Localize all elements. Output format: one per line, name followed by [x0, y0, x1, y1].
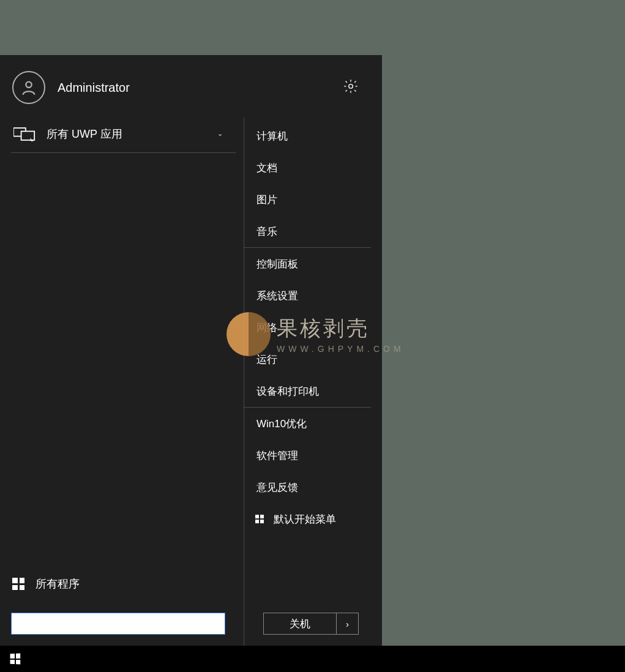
svg-point-1	[349, 84, 353, 89]
all-programs-item[interactable]: 所有程序	[11, 567, 236, 600]
power-options-button[interactable]: ›	[337, 613, 359, 635]
power-row: 关机 ›	[263, 613, 359, 635]
user-icon	[20, 79, 37, 96]
svg-rect-3	[21, 131, 35, 140]
user-row: Administrator	[0, 55, 382, 118]
menu-item-music[interactable]: 音乐	[244, 215, 371, 247]
all-programs-label: 所有程序	[36, 577, 80, 591]
chevron-right-icon: ›	[346, 619, 349, 629]
username-label: Administrator	[58, 81, 130, 95]
start-menu: Administrator 所有 UWP 应用 ⌄	[0, 55, 382, 646]
menu-item-documents[interactable]: 文档	[244, 152, 371, 184]
windows-icon	[255, 515, 264, 523]
menu-item-run[interactable]: 运行	[244, 343, 371, 375]
start-button[interactable]	[0, 646, 29, 672]
settings-button[interactable]	[343, 78, 359, 97]
menu-item-computer[interactable]: 计算机	[244, 120, 371, 152]
right-group-places: 计算机 文档 图片 音乐	[244, 120, 371, 248]
menu-item-system-settings[interactable]: 系统设置	[244, 280, 371, 312]
uwp-label: 所有 UWP 应用	[47, 127, 217, 141]
svg-point-0	[26, 82, 31, 88]
menu-item-software-manage[interactable]: 软件管理	[244, 439, 371, 471]
menu-item-devices-printers[interactable]: 设备和打印机	[244, 375, 371, 407]
gear-icon	[343, 78, 359, 94]
menu-body: 所有 UWP 应用 ⌄ 所有程序 计算机 文档 图片 音乐 控制面板 系统	[0, 118, 382, 646]
left-column: 所有 UWP 应用 ⌄ 所有程序	[11, 118, 236, 646]
menu-item-default-start[interactable]: 默认开始菜单	[244, 503, 371, 535]
avatar[interactable]	[12, 71, 45, 104]
menu-item-win10-optimize[interactable]: Win10优化	[244, 408, 371, 439]
search-input[interactable]	[11, 613, 225, 635]
windows-logo-icon	[10, 654, 20, 665]
right-group-tools: Win10优化 软件管理 意见反馈 默认开始菜单	[244, 408, 371, 535]
menu-item-network[interactable]: 网络	[244, 312, 371, 343]
uwp-apps-item[interactable]: 所有 UWP 应用 ⌄	[11, 118, 236, 153]
monitors-icon	[11, 126, 38, 142]
right-group-system: 控制面板 系统设置 网络 运行 设备和打印机	[244, 248, 371, 408]
menu-item-feedback[interactable]: 意见反馈	[244, 471, 371, 503]
menu-item-pictures[interactable]: 图片	[244, 184, 371, 215]
right-column: 计算机 文档 图片 音乐 控制面板 系统设置 网络 运行 设备和打印机 Win1…	[244, 118, 371, 646]
taskbar	[0, 646, 625, 672]
menu-item-control-panel[interactable]: 控制面板	[244, 248, 371, 280]
chevron-down-icon: ⌄	[217, 130, 223, 138]
shutdown-button[interactable]: 关机	[263, 613, 337, 635]
grid-icon	[12, 578, 24, 590]
